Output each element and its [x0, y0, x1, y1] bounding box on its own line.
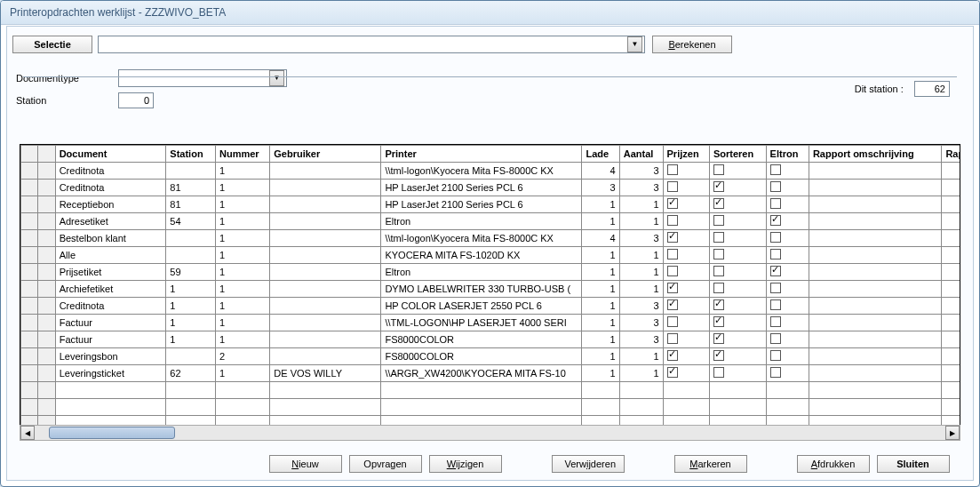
cell-aantal[interactable]: 3 — [619, 315, 663, 331]
checkbox[interactable] — [770, 266, 781, 276]
cell-prijzen[interactable] — [663, 247, 709, 264]
scroll-left-icon[interactable]: ◀ — [20, 426, 35, 440]
cell-sorteren[interactable] — [709, 281, 766, 298]
col-sorteren[interactable]: Sorteren — [709, 146, 766, 163]
row-selector[interactable] — [38, 247, 55, 264]
cell-station[interactable]: 62 — [166, 365, 216, 382]
cell-lade[interactable]: 1 — [582, 281, 619, 298]
cell-printer[interactable]: \\tml-logon\Kyocera Mita FS-8000C KX — [381, 163, 582, 180]
cell-aantal[interactable]: 1 — [619, 264, 663, 281]
checkbox[interactable] — [713, 215, 724, 226]
cell-sorteren[interactable] — [709, 298, 766, 315]
cell-gebruiker[interactable] — [270, 281, 381, 298]
checkbox[interactable] — [713, 181, 724, 192]
cell-prijzen[interactable] — [663, 163, 709, 180]
cell-nummer[interactable]: 1 — [216, 213, 270, 230]
row-selector[interactable] — [38, 230, 55, 247]
cell-lade[interactable]: 1 — [582, 247, 619, 264]
selectie-button[interactable]: Selectie — [12, 36, 92, 53]
cell-sorteren[interactable] — [709, 315, 766, 331]
cell-lade[interactable]: 1 — [582, 264, 619, 281]
table-row[interactable]: Archiefetiket11DYMO LABELWRITER 330 TURB… — [21, 281, 961, 298]
checkbox[interactable] — [713, 266, 724, 276]
checkbox[interactable] — [770, 350, 781, 361]
cell-aantal[interactable]: 3 — [619, 163, 663, 180]
checkbox[interactable] — [667, 316, 678, 327]
checkbox[interactable] — [713, 299, 724, 310]
table-row[interactable]: Bestelbon klant1\\tml-logon\Kyocera Mita… — [21, 230, 961, 247]
cell-prijzen[interactable] — [663, 230, 709, 247]
cell-document[interactable]: Archiefetiket — [55, 281, 166, 298]
row-selector[interactable] — [38, 348, 55, 365]
cell-eltron[interactable] — [766, 281, 809, 298]
checkbox[interactable] — [667, 215, 678, 226]
cell-nummer[interactable]: 1 — [216, 180, 270, 196]
cell-document[interactable]: Creditnota — [55, 298, 166, 315]
row-selector[interactable] — [21, 315, 38, 331]
row-selector[interactable] — [38, 315, 55, 331]
row-selector[interactable] — [38, 365, 55, 382]
cell-eltron[interactable] — [766, 247, 809, 264]
cell-aantal[interactable]: 3 — [619, 298, 663, 315]
cell-eltron[interactable] — [766, 213, 809, 230]
checkbox[interactable] — [667, 249, 678, 259]
cell-sorteren[interactable] — [709, 247, 766, 264]
cell-rapport[interactable] — [809, 365, 942, 382]
checkbox[interactable] — [770, 198, 781, 209]
col-prijzen[interactable]: Prijzen — [663, 146, 709, 163]
cell-gebruiker[interactable] — [270, 348, 381, 365]
checkbox[interactable] — [667, 350, 678, 361]
cell-lade[interactable]: 4 — [582, 230, 619, 247]
checkbox[interactable] — [667, 367, 678, 378]
cell-prijzen[interactable] — [663, 264, 709, 281]
cell-lade[interactable]: 1 — [582, 196, 619, 213]
checkbox[interactable] — [667, 266, 678, 276]
col-rapport-omschrijving[interactable]: Rapport omschrijving — [809, 146, 942, 163]
cell-sorteren[interactable] — [709, 365, 766, 382]
table-row-empty[interactable] — [21, 382, 961, 399]
selectie-combo[interactable]: ▼ — [98, 36, 645, 53]
checkbox[interactable] — [770, 215, 781, 226]
documenttype-combo[interactable]: ▼ — [118, 69, 287, 87]
cell-gebruiker[interactable] — [270, 298, 381, 315]
cell-nummer[interactable]: 1 — [216, 163, 270, 180]
cell-document[interactable]: Factuur — [55, 315, 166, 331]
cell-document[interactable]: Creditnota — [55, 163, 166, 180]
cell-eltron[interactable] — [766, 264, 809, 281]
cell-printer[interactable]: Eltron — [381, 264, 582, 281]
cell-lade[interactable]: 1 — [582, 331, 619, 348]
cell-eltron[interactable] — [766, 315, 809, 331]
cell-rapportna[interactable] — [942, 264, 960, 281]
row-selector[interactable] — [21, 281, 38, 298]
cell-rapportna[interactable] — [942, 298, 960, 315]
cell-lade[interactable]: 1 — [582, 348, 619, 365]
chevron-down-icon[interactable]: ▼ — [269, 70, 284, 86]
col-aantal[interactable]: Aantal — [619, 146, 663, 163]
cell-eltron[interactable] — [766, 180, 809, 196]
wijzigen-button[interactable]: Wijzigen — [429, 455, 502, 473]
cell-prijzen[interactable] — [663, 180, 709, 196]
cell-aantal[interactable]: 1 — [619, 247, 663, 264]
cell-gebruiker[interactable]: DE VOS WILLY — [270, 365, 381, 382]
row-selector[interactable] — [38, 196, 55, 213]
cell-document[interactable]: Bestelbon klant — [55, 230, 166, 247]
cell-eltron[interactable] — [766, 365, 809, 382]
cell-station[interactable]: 81 — [166, 180, 216, 196]
cell-eltron[interactable] — [766, 196, 809, 213]
cell-rapport[interactable] — [809, 180, 942, 196]
cell-rapport[interactable] — [809, 213, 942, 230]
cell-rapportna[interactable] — [942, 230, 960, 247]
cell-eltron[interactable] — [766, 298, 809, 315]
checkbox[interactable] — [667, 299, 678, 310]
cell-lade[interactable]: 1 — [582, 315, 619, 331]
checkbox[interactable] — [667, 181, 678, 192]
col-printer[interactable]: Printer — [381, 146, 582, 163]
cell-prijzen[interactable] — [663, 315, 709, 331]
cell-rapportna[interactable] — [942, 281, 960, 298]
cell-printer[interactable]: \\tml-logon\Kyocera Mita FS-8000C KX — [381, 230, 582, 247]
col-lade[interactable]: Lade — [582, 146, 619, 163]
table-row[interactable]: Factuur11\\TML-LOGON\HP LASERJET 4000 SE… — [21, 315, 961, 331]
nieuw-button[interactable]: Nieuw — [269, 455, 342, 473]
checkbox[interactable] — [667, 232, 678, 243]
cell-rapport[interactable] — [809, 348, 942, 365]
